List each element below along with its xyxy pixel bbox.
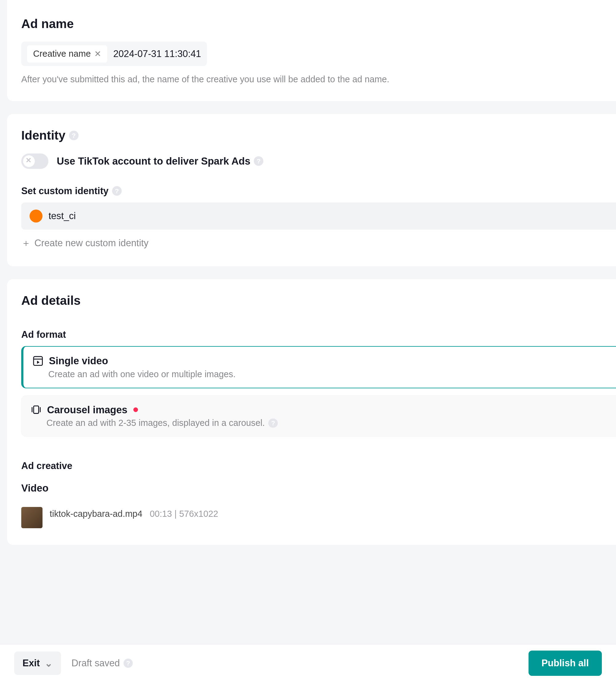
exit-button-label: Exit [23, 658, 40, 669]
remove-chip-icon[interactable]: ✕ [94, 49, 101, 59]
creative-name-chip-label: Creative name [33, 49, 91, 59]
ad-name-hint: After you've submitted this ad, the name… [21, 74, 616, 85]
video-file-meta: 00:13 | 576x1022 [150, 509, 218, 519]
draft-status-label: Draft saved [71, 658, 120, 669]
create-custom-identity-link[interactable]: ＋ Create new custom identity [21, 237, 616, 250]
svg-rect-0 [33, 357, 43, 365]
spark-ads-toggle[interactable]: ✕ [21, 154, 48, 169]
svg-rect-2 [33, 406, 39, 413]
help-icon[interactable]: ? [69, 131, 78, 140]
set-custom-identity-label: Set custom identity ? [21, 185, 616, 197]
svg-marker-1 [37, 361, 40, 364]
create-custom-identity-label: Create new custom identity [34, 237, 149, 249]
plus-icon: ＋ [21, 237, 31, 250]
help-icon[interactable]: ? [112, 186, 122, 196]
ad-format-label: Ad format [21, 329, 616, 340]
help-icon[interactable]: ? [268, 418, 278, 428]
identity-heading-text: Identity [21, 128, 65, 143]
format-carousel-title: Carousel images [47, 404, 127, 416]
video-subheading: Video [21, 482, 48, 494]
spark-ads-toggle-label: Use TikTok account to deliver Spark Ads … [57, 155, 263, 167]
help-icon[interactable]: ? [123, 659, 133, 668]
identity-card: Identity ? ✕ Use TikTok account to deliv… [7, 114, 616, 266]
video-thumbnail[interactable] [21, 507, 43, 528]
ad-name-input-row[interactable]: Creative name ✕ 2024-07-31 11:30:41 [21, 42, 207, 66]
publish-all-button[interactable]: Publish all [528, 651, 602, 676]
custom-identity-select[interactable]: test_ci ⌄ [21, 203, 616, 230]
identity-avatar-icon [29, 209, 43, 223]
creative-name-chip[interactable]: Creative name ✕ [27, 45, 107, 63]
selected-identity-value: test_ci [48, 210, 76, 222]
format-single-video[interactable]: Single video Create an ad with one video… [21, 346, 616, 388]
ad-details-heading: Ad details [21, 293, 616, 308]
exit-button[interactable]: Exit ⌄ [14, 652, 61, 675]
bottom-bar: Exit ⌄ Draft saved ? Publish all [0, 644, 616, 682]
ad-details-card: Ad details Ad format Single video Create… [7, 279, 616, 545]
identity-heading: Identity ? [21, 128, 616, 143]
ad-creative-label: Ad creative [21, 460, 616, 472]
format-carousel-desc: Create an ad with 2-35 images, displayed… [47, 418, 265, 428]
format-single-title: Single video [49, 355, 108, 367]
ad-name-timestamp: 2024-07-31 11:30:41 [113, 48, 201, 60]
format-carousel-images[interactable]: Carousel images Create an ad with 2-35 i… [21, 395, 616, 437]
video-file-name: tiktok-capybara-ad.mp4 [50, 509, 142, 519]
video-icon [33, 356, 43, 366]
format-single-desc: Create an ad with one video or multiple … [33, 369, 616, 379]
new-badge-icon [133, 407, 138, 412]
chevron-down-icon: ⌄ [45, 658, 53, 669]
draft-status: Draft saved ? [71, 658, 133, 669]
help-icon[interactable]: ? [254, 156, 263, 166]
ad-name-card: Ad name Creative name ✕ 2024-07-31 11:30… [7, 0, 616, 101]
carousel-icon [31, 405, 41, 415]
ad-name-heading: Ad name [21, 17, 616, 31]
